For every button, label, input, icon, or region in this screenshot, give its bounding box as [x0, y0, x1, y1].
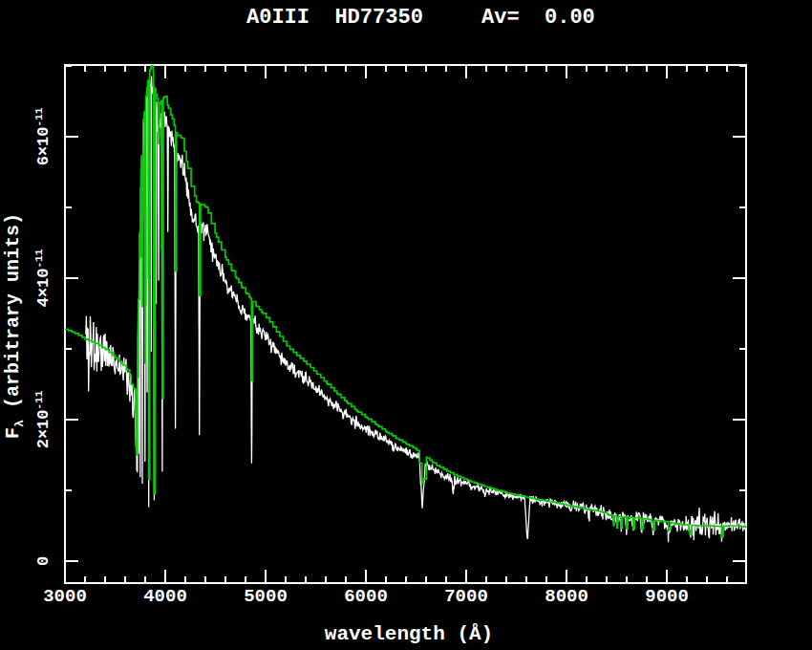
y-axis-label-symbol: F — [2, 427, 24, 439]
x-tick-label: 7000 — [444, 586, 488, 607]
x-tick-label: 5000 — [244, 586, 288, 607]
x-tick-label: 9000 — [645, 586, 689, 607]
x-tick-label: 4000 — [143, 586, 187, 607]
spectrum-plot — [0, 0, 812, 650]
y-tick-label: 0 — [33, 556, 53, 566]
x-tick-label: 6000 — [344, 586, 388, 607]
y-axis-label-units: (arbitrary units) — [2, 213, 24, 420]
y-axis-label: Fλ (arbitrary units) — [2, 213, 27, 439]
y-tick-label: 4×10-11 — [33, 249, 53, 308]
spectrum-viewer-window: A0III HD77350 Av= 0.00 Fλ (arbitrary uni… — [0, 0, 812, 650]
y-tick-label: 2×10-11 — [33, 391, 53, 449]
y-axis-label-subscript: λ — [12, 420, 27, 427]
x-tick-label: 3000 — [43, 586, 87, 607]
x-tick-label: 8000 — [545, 586, 588, 607]
y-tick-label: 6×10-11 — [33, 108, 53, 166]
x-axis-label: wavelength (Å) — [325, 623, 493, 645]
